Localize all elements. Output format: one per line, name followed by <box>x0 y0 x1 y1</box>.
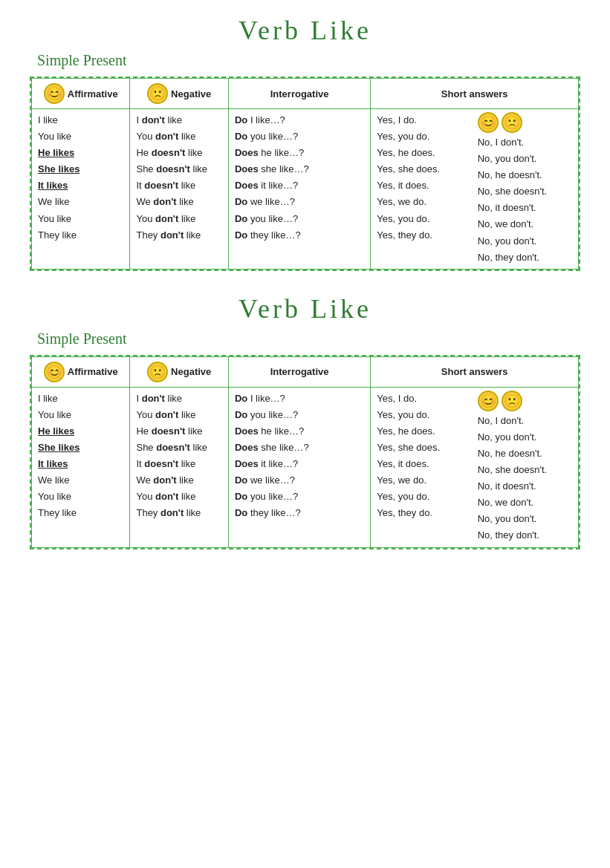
yes-row-3: Yes, she does. <box>377 440 471 456</box>
no-row-3: No, she doesn't. <box>478 183 572 200</box>
short-answers-cell: Yes, I do.Yes, you do.Yes, he does.Yes, … <box>371 109 579 270</box>
int-row-6: Do you like…? <box>235 211 364 227</box>
yes-row-4: Yes, it does. <box>377 177 471 194</box>
table-wrapper-1: 😊 Affirmative 🙁 Negative Interrogative S… <box>30 76 580 271</box>
th-short-answers: Short answers <box>371 356 579 387</box>
aff-row-1: You like <box>38 407 123 423</box>
int-row-4: Does it like…? <box>235 456 364 472</box>
short-answers-cell: Yes, I do.Yes, you do.Yes, he does.Yes, … <box>371 387 579 547</box>
header-row: 😊 Affirmative 🙁 Negative Interrogative S… <box>32 79 579 109</box>
no-row-1: No, you don't. <box>478 151 572 167</box>
neg-row-1: You don't like <box>136 407 221 423</box>
th-negative: 🙁 Negative <box>130 356 228 387</box>
header-row: 😊 Affirmative 🙁 Negative Interrogative S… <box>32 356 579 387</box>
content-row: I likeYou likeHe likesShe likesIt likesW… <box>32 387 579 547</box>
no-row-0: No, I don't. <box>478 413 572 429</box>
th-affirmative: 😊 Affirmative <box>32 79 130 109</box>
aff-row-5: We like <box>38 194 123 210</box>
no-row-1: No, you don't. <box>478 429 572 446</box>
int-row-5: Do we like…? <box>235 194 364 210</box>
neg-row-3: She doesn't like <box>136 161 221 177</box>
yes-row-2: Yes, he does. <box>377 423 471 440</box>
section-subtitle-2: Simple Present <box>37 330 580 347</box>
yes-row-4: Yes, it does. <box>377 456 471 472</box>
th-negative: 🙁 Negative <box>130 79 228 109</box>
int-row-7: Do they like…? <box>235 227 364 244</box>
table-wrapper-2: 😊 Affirmative 🙁 Negative Interrogative S… <box>30 355 580 549</box>
no-row-6: No, you don't. <box>478 233 572 249</box>
neg-row-3: She doesn't like <box>136 440 221 456</box>
aff-row-7: They like <box>38 227 123 244</box>
smiley-icon: 😊 <box>44 362 65 382</box>
aff-row-6: You like <box>38 211 123 227</box>
yes-row-0: Yes, I do. <box>377 391 471 407</box>
no-header-icons: 😊 🙁 <box>478 391 572 411</box>
th-affirmative: 😊 Affirmative <box>32 356 130 387</box>
neg-row-5: We don't like <box>136 194 221 210</box>
neg-row-2: He doesn't like <box>136 423 221 440</box>
no-row-2: No, he doesn't. <box>478 446 572 462</box>
yes-row-5: Yes, we do. <box>377 472 471 489</box>
neg-row-1: You don't like <box>136 128 221 145</box>
interrogative-cell: Do I like…?Do you like…?Does he like…?Do… <box>228 109 370 270</box>
neg-row-7: They don't like <box>136 227 221 244</box>
aff-row-5: We like <box>38 472 123 489</box>
aff-row-3: She likes <box>38 440 123 456</box>
negative-cell: I don't likeYou don't likeHe doesn't lik… <box>130 387 228 547</box>
int-row-0: Do I like…? <box>235 391 364 407</box>
yes-row-5: Yes, we do. <box>377 194 471 210</box>
aff-row-2: He likes <box>38 423 123 440</box>
grammar-table-2: 😊 Affirmative 🙁 Negative Interrogative S… <box>31 356 579 548</box>
grammar-table-1: 😊 Affirmative 🙁 Negative Interrogative S… <box>31 78 579 270</box>
no-row-0: No, I don't. <box>478 134 572 151</box>
aff-row-1: You like <box>38 128 123 145</box>
no-row-4: No, it doesn't. <box>478 200 572 216</box>
aff-row-4: It likes <box>38 177 123 194</box>
short-smiley-icon: 😊 <box>478 391 499 411</box>
neg-row-0: I don't like <box>136 391 221 407</box>
frown-icon: 🙁 <box>147 362 168 382</box>
neg-row-0: I don't like <box>136 112 221 128</box>
section-subtitle-1: Simple Present <box>37 52 580 69</box>
no-answers-col: 😊 🙁 No, I don't.No, you don't.No, he doe… <box>478 112 572 266</box>
yes-row-1: Yes, you do. <box>377 407 471 423</box>
int-row-2: Does he like…? <box>235 145 364 161</box>
aff-row-2: He likes <box>38 145 123 161</box>
no-row-7: No, they don't. <box>478 249 572 266</box>
negative-label: Negative <box>171 88 211 99</box>
no-row-5: No, we don't. <box>478 216 572 232</box>
main-title-2: Verb Like <box>30 293 580 324</box>
yes-row-2: Yes, he does. <box>377 145 471 161</box>
short-frown-icon: 🙁 <box>502 112 522 133</box>
main-title-1: Verb Like <box>30 15 580 46</box>
th-short-answers: Short answers <box>371 79 579 109</box>
aff-row-0: I like <box>38 391 123 407</box>
neg-row-4: It doesn't like <box>136 456 221 472</box>
yes-answers: Yes, I do.Yes, you do.Yes, he does.Yes, … <box>377 391 471 544</box>
neg-row-6: You don't like <box>136 211 221 227</box>
no-header-icons: 😊 🙁 <box>478 112 572 133</box>
int-row-6: Do you like…? <box>235 489 364 505</box>
int-row-2: Does he like…? <box>235 423 364 440</box>
neg-row-4: It doesn't like <box>136 177 221 194</box>
affirmative-cell: I likeYou likeHe likesShe likesIt likesW… <box>32 109 130 270</box>
aff-row-4: It likes <box>38 456 123 472</box>
aff-row-3: She likes <box>38 161 123 177</box>
section-2: Verb Like Simple Present 😊 Affirmative <box>30 293 580 549</box>
yes-row-0: Yes, I do. <box>377 112 471 128</box>
no-row-6: No, you don't. <box>478 511 572 527</box>
aff-row-7: They like <box>38 505 123 521</box>
affirmative-label: Affirmative <box>68 88 118 99</box>
int-row-1: Do you like…? <box>235 407 364 423</box>
no-row-3: No, she doesn't. <box>478 462 572 478</box>
int-row-4: Does it like…? <box>235 177 364 194</box>
aff-row-6: You like <box>38 489 123 505</box>
neg-row-2: He doesn't like <box>136 145 221 161</box>
neg-row-7: They don't like <box>136 505 221 521</box>
yes-row-1: Yes, you do. <box>377 128 471 145</box>
int-row-5: Do we like…? <box>235 472 364 489</box>
neg-row-5: We don't like <box>136 472 221 489</box>
int-row-3: Does she like…? <box>235 440 364 456</box>
yes-row-6: Yes, you do. <box>377 489 471 505</box>
int-row-7: Do they like…? <box>235 505 364 521</box>
